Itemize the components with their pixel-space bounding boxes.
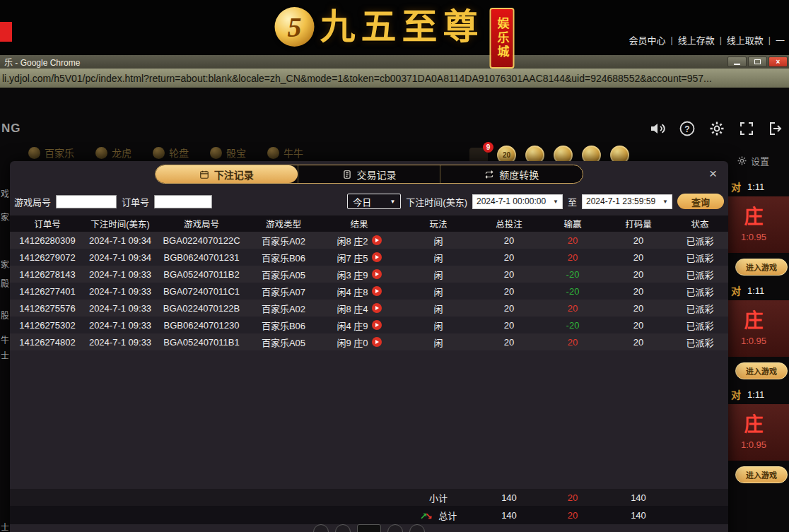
cell-order: 14126278143 — [10, 269, 85, 280]
cell-game-type: 百家乐B06 — [247, 319, 320, 332]
play-video-icon[interactable] — [372, 303, 382, 313]
lobby-table-card: 对1:11庄1:0.95进入游戏 — [718, 386, 789, 483]
cell-wager: 20 — [605, 337, 672, 348]
banker-odds: 1:0.95 — [741, 232, 766, 242]
game-round-input[interactable] — [56, 195, 117, 208]
pair-odds: 1:11 — [747, 389, 764, 400]
tab-transaction-records[interactable]: 交易记录 — [298, 165, 440, 183]
col-header: 下注时间(美东) — [85, 217, 156, 230]
tab-bet-records[interactable]: 下注记录 — [156, 165, 298, 183]
refresh-arrows-icon[interactable]: ↗↘ — [420, 511, 433, 521]
table-header-row: 订单号 下注时间(美东) 游戏局号 游戏类型 结果 玩法 总投注 输赢 打码量 … — [10, 215, 728, 232]
fullscreen-icon[interactable] — [738, 120, 755, 137]
close-window-icon[interactable]: × — [768, 57, 788, 67]
tab-label: 交易记录 — [357, 167, 397, 182]
right-sidebar: 对1:11庄1:0.95进入游戏对1:11庄1:0.95进入游戏对1:11庄1:… — [718, 178, 789, 490]
play-video-icon[interactable] — [372, 286, 382, 296]
play-video-icon[interactable] — [372, 252, 382, 262]
gear-icon[interactable] — [708, 120, 725, 137]
cell-total-bet: 20 — [478, 269, 540, 280]
browser-urlbar[interactable]: li.ydjol.com/h5V01/pc/index.html?return=… — [0, 69, 789, 88]
cell-time: 2024-7-1 09:33 — [85, 303, 156, 314]
header-link[interactable]: 线上存款 — [678, 33, 715, 47]
header-link[interactable]: 一 — [776, 33, 785, 47]
cell-round: BGA0224070122B — [156, 303, 247, 314]
cell-status: 已派彩 — [672, 302, 728, 315]
play-video-icon[interactable] — [372, 320, 382, 330]
date-from-select[interactable]: 2024-7-1 00:00:00 ▼ — [472, 194, 563, 209]
chevron-down-icon: ▼ — [390, 199, 395, 205]
date-preset-select[interactable]: 今日 ▼ — [347, 194, 401, 209]
preset-value: 今日 — [353, 195, 371, 208]
date-to-select[interactable]: 2024-7-1 23:59:59 ▼ — [582, 194, 672, 209]
cell-time: 2024-7-1 09:33 — [85, 286, 156, 297]
order-number-input[interactable] — [154, 195, 212, 208]
game-nav-item[interactable]: 轮盘 — [153, 146, 189, 160]
clipped-menu-label: 殿 — [1, 277, 9, 289]
game-nav-item[interactable]: 牛牛 — [267, 146, 303, 160]
cell-winloss: -20 — [540, 269, 605, 280]
cell-game-type: 百家乐A05 — [247, 268, 320, 281]
bet-time-label: 下注时间(美东) — [406, 195, 467, 208]
game-nav-item[interactable]: 骰宝 — [210, 146, 246, 160]
cell-winloss: 20 — [540, 337, 605, 348]
exit-icon[interactable] — [768, 120, 785, 137]
cell-order: 14126274802 — [10, 337, 85, 348]
bet-record-row: 141262774012024-7-1 09:33BGA072407011C1百… — [10, 283, 728, 300]
window-title: 乐 - Google Chrome — [0, 56, 80, 68]
header-link[interactable]: 会员中心 — [629, 33, 666, 47]
total-winloss: 20 — [540, 510, 605, 521]
minimize-icon[interactable] — [727, 57, 747, 67]
game-category-icon — [95, 147, 107, 159]
logo-text: 九五至尊 — [320, 1, 484, 52]
cell-winloss: -20 — [540, 286, 605, 297]
document-icon — [342, 170, 352, 179]
query-button[interactable]: 查询 — [677, 194, 724, 209]
tab-credit-transfer[interactable]: 额度转换 — [440, 165, 583, 183]
help-icon[interactable]: ? — [679, 120, 696, 137]
cell-round: BGA052407011B1 — [156, 337, 247, 348]
col-header: 打码量 — [605, 217, 672, 230]
play-video-icon[interactable] — [372, 235, 382, 245]
enter-game-button[interactable]: 进入游戏 — [735, 259, 788, 276]
col-header: 游戏类型 — [247, 217, 320, 230]
link-separator: | — [768, 35, 771, 45]
game-nav-item[interactable]: 龙虎 — [95, 146, 132, 160]
lobby-table-card: 对1:11庄1:0.95进入游戏 — [718, 178, 789, 276]
cell-total-bet: 20 — [478, 235, 540, 246]
enter-game-button[interactable]: 进入游戏 — [735, 466, 788, 483]
play-video-icon[interactable] — [372, 269, 382, 279]
page-last-button[interactable] — [409, 524, 425, 532]
page-next-button[interactable] — [387, 524, 403, 532]
maximize-icon[interactable] — [748, 57, 767, 67]
clipped-menu-label: 戏 — [1, 187, 9, 199]
cell-wager: 20 — [605, 320, 672, 331]
game-logo-fragment: NG — [1, 122, 21, 136]
cell-total-bet: 20 — [478, 337, 540, 348]
url-text[interactable]: li.ydjol.com/h5V01/pc/index.html?return=… — [0, 73, 712, 84]
enter-game-button[interactable]: 进入游戏 — [735, 362, 788, 379]
modal-tabbar: 下注记录 交易记录 额度转换 — [155, 165, 583, 184]
pair-bet-label: 对 — [731, 179, 741, 194]
play-video-icon[interactable] — [372, 337, 382, 347]
site-logo: 5 九五至尊 娱乐城 — [275, 1, 515, 69]
banker-odds-panel: 庄1:0.95 — [718, 404, 789, 461]
settings-button[interactable]: 设置 — [737, 154, 769, 167]
game-nav-item[interactable]: 百家乐 — [28, 146, 74, 160]
cell-winloss: 20 — [540, 303, 605, 314]
close-icon[interactable]: × — [709, 167, 717, 180]
window-controls: × — [727, 57, 788, 67]
exchange-icon — [484, 170, 494, 179]
page-number-box[interactable] — [357, 524, 381, 532]
volume-icon[interactable] — [649, 120, 666, 137]
banker-label: 庄 — [744, 415, 764, 435]
header-link[interactable]: 线上取款 — [727, 33, 764, 47]
page-first-button[interactable] — [313, 524, 329, 532]
game-round-label: 游戏局号 — [14, 195, 51, 208]
cell-order: 14126279072 — [10, 252, 85, 263]
cell-play: 闲 — [399, 234, 478, 247]
clipped-menu-label: 家乐 — [1, 258, 10, 270]
cell-total-bet: 20 — [478, 320, 540, 331]
tab-label: 额度转换 — [499, 167, 539, 182]
page-prev-button[interactable] — [335, 524, 351, 532]
